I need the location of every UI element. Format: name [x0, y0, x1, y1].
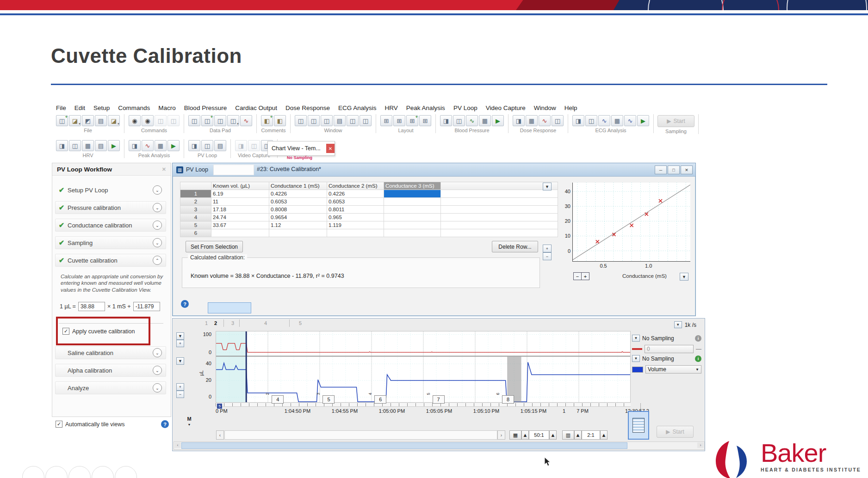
table-cell[interactable]: [384, 206, 441, 214]
chevron-down-icon[interactable]: ⌄: [153, 221, 162, 230]
block-tab-5[interactable]: 5: [299, 320, 302, 326]
row-number-cell[interactable]: 1: [180, 190, 211, 198]
chevron-down-icon[interactable]: ⌄: [153, 348, 162, 357]
table-cell[interactable]: [384, 214, 441, 221]
compression-ratio-value[interactable]: 50:1: [529, 430, 549, 440]
pvloop-settings-icon[interactable]: ◨: [188, 140, 200, 151]
hrv-settings-icon[interactable]: ◨: [56, 140, 68, 151]
column-header[interactable]: Conductance 2 (mS): [327, 182, 384, 190]
collapse-icon[interactable]: —: [696, 346, 701, 352]
dr-table-icon[interactable]: ▦: [526, 115, 538, 126]
hrv-report-icon[interactable]: ▤: [95, 140, 107, 151]
table-cell[interactable]: 1.119: [327, 221, 384, 229]
table-cell[interactable]: 0.6053: [327, 198, 384, 206]
table-cell[interactable]: [269, 229, 327, 237]
comment-marker-4[interactable]: 4: [272, 395, 284, 404]
sidebar-item-setup-pv-loop[interactable]: ✔Setup PV Loop⌄: [55, 184, 166, 196]
stimulator-off-icon[interactable]: ◫: [167, 115, 180, 126]
ecg-run-icon[interactable]: ▶: [637, 115, 649, 126]
horizontal-scrollbar[interactable]: ‹ ›: [174, 441, 705, 450]
video-capture-icon[interactable]: ◫: [248, 140, 260, 151]
new-file-icon[interactable]: ◫+: [56, 115, 68, 126]
chevron-down-icon[interactable]: ⌄: [153, 366, 162, 375]
comment-marker-6[interactable]: 6: [374, 395, 386, 404]
window-title-bar[interactable]: ▥ PV Loop #23: Cuvette Calibration* ─ □ …: [173, 163, 695, 177]
sidebar-item-cuvette-calibration[interactable]: ✔Cuvette calibration⌃: [55, 254, 166, 267]
y-zoom-in-button[interactable]: +: [543, 245, 552, 252]
channel2-select[interactable]: Volume ▼: [645, 365, 701, 374]
spectrum-icon[interactable]: ∿: [240, 115, 252, 126]
row-number-cell[interactable]: 4: [180, 214, 211, 221]
table-cell[interactable]: 24.74: [211, 214, 269, 221]
ecg-settings-icon[interactable]: ◨: [572, 115, 584, 126]
import-icon[interactable]: ◩: [82, 115, 94, 126]
x-zoom-buttons[interactable]: −+: [573, 272, 589, 280]
find-next-icon[interactable]: ◉: [142, 115, 154, 126]
table-cell[interactable]: 33.67: [211, 221, 269, 229]
floating-chart-view-tab[interactable]: Chart View - Tem... ✕: [267, 141, 335, 156]
add-comment-icon[interactable]: ◧+: [261, 115, 273, 126]
scrollbar-thumb[interactable]: [181, 442, 627, 449]
menu-item-video-capture[interactable]: Video Capture: [482, 104, 530, 112]
chevron-down-icon[interactable]: ▼: [632, 335, 640, 342]
print-icon[interactable]: ▤: [95, 115, 107, 126]
notebook-window-icon[interactable]: ▤: [334, 115, 346, 126]
chart-window-icon[interactable]: ◫: [308, 115, 320, 126]
table-cell[interactable]: 0.8011: [327, 206, 384, 214]
close-icon[interactable]: ✕: [326, 144, 335, 153]
table-cell[interactable]: [384, 198, 441, 206]
table-cell[interactable]: [327, 229, 384, 237]
time-scrollbar[interactable]: [224, 430, 497, 440]
chevron-down-icon[interactable]: ⌄: [153, 185, 162, 195]
table-cell[interactable]: 6.19: [211, 190, 269, 198]
peak-table-icon[interactable]: ▦: [155, 140, 167, 151]
menu-item-help[interactable]: Help: [560, 104, 582, 112]
scroll-left-icon[interactable]: ‹: [216, 430, 224, 440]
info-icon[interactable]: i: [695, 335, 701, 342]
menu-item-dose-response[interactable]: Dose Response: [281, 104, 334, 112]
table-cell[interactable]: [211, 229, 269, 237]
menu-item-ecg-analysis[interactable]: ECG Analysis: [334, 104, 381, 112]
minimize-button[interactable]: ─: [655, 165, 667, 174]
marker-tool-icon[interactable]: M▼: [186, 417, 193, 427]
sidebar-item-conductance-calibration[interactable]: ✔Conductance calibration⌄: [55, 219, 166, 232]
pvloop-view-icon[interactable]: ◫: [201, 140, 213, 151]
close-button[interactable]: ✕: [681, 165, 693, 174]
column-header[interactable]: Conductance 3 (mS): [384, 182, 441, 190]
table-cell[interactable]: 0.9654: [269, 214, 327, 221]
channel1-zoom-in-button[interactable]: +: [176, 340, 184, 347]
scroll-left-icon[interactable]: ‹: [174, 442, 181, 448]
bp-cycle-icon[interactable]: ∿: [466, 115, 478, 126]
channel2-zoom-in-button[interactable]: +: [176, 383, 184, 391]
menu-item-pv-loop[interactable]: PV Loop: [449, 104, 482, 112]
chevron-down-icon[interactable]: ⌄: [153, 383, 162, 392]
y-zoom-out-button[interactable]: −: [543, 252, 552, 260]
menu-item-macro[interactable]: Macro: [154, 104, 180, 112]
menu-item-cardiac-output[interactable]: Cardiac Output: [231, 104, 281, 112]
comment-marker-5[interactable]: 5: [322, 395, 335, 404]
block-tab-2[interactable]: 2: [214, 320, 217, 326]
intercept-field[interactable]: -11.879: [133, 302, 160, 311]
channel2-select-row[interactable]: Volume ▼: [632, 365, 701, 374]
amplitude-ratio-value[interactable]: 2:1: [582, 430, 600, 440]
ecg-beats-icon[interactable]: ∿: [598, 115, 610, 126]
menu-item-hrv[interactable]: HRV: [381, 104, 402, 112]
checkbox-checked-icon[interactable]: ✓: [56, 421, 62, 428]
compression-up-icon[interactable]: ▲: [521, 430, 529, 440]
automatically-tile-views-checkbox[interactable]: ✓ Automatically tile views: [56, 421, 125, 428]
scroll-right-icon[interactable]: ›: [497, 430, 505, 440]
focused-blank-button[interactable]: [208, 302, 251, 313]
datapad-add-icon[interactable]: ◫+: [201, 115, 213, 126]
strip-chart-plot[interactable]: [216, 331, 631, 403]
sidebar-item-analyze[interactable]: Analyze⌄: [55, 381, 166, 394]
zoom-in-icon[interactable]: +: [581, 273, 589, 280]
amplitude-down-icon[interactable]: ▲: [600, 430, 608, 440]
amplitude-up-icon[interactable]: ▲: [574, 430, 582, 440]
table-cell[interactable]: 1.12: [269, 221, 327, 229]
comment-marker-7[interactable]: 7: [433, 395, 445, 404]
calibration-scatter-plot[interactable]: [572, 183, 690, 262]
table-cell[interactable]: 17.18: [211, 206, 269, 214]
table-cell[interactable]: 0.4226: [269, 190, 327, 198]
datapad-options-icon[interactable]: ◫: [214, 115, 226, 126]
selected-block-marker[interactable]: 5: [217, 404, 222, 409]
